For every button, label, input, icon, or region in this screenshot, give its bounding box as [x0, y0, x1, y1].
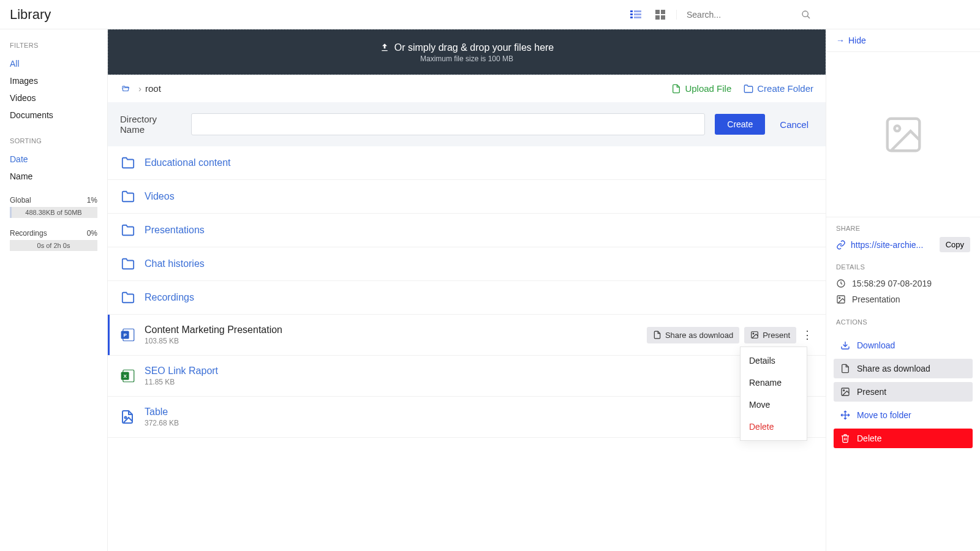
share-url[interactable]: https://site-archie... — [851, 240, 935, 250]
list-item[interactable]: Educational content — [108, 146, 826, 180]
svg-rect-9 — [661, 15, 665, 20]
download-icon — [840, 340, 850, 350]
link-icon — [836, 240, 846, 250]
upload-file-button[interactable]: Upload File — [671, 83, 731, 94]
file-icon — [653, 331, 662, 339]
create-folder-button[interactable]: Create Folder — [744, 83, 813, 94]
breadcrumb-home-icon[interactable] — [120, 84, 131, 93]
chevron-right-icon: › — [138, 83, 141, 94]
file-icon — [840, 364, 850, 373]
image-icon — [840, 387, 850, 397]
item-name[interactable]: SEO Link Raport — [145, 365, 218, 377]
excel-icon: X — [120, 368, 136, 384]
copy-button[interactable]: Copy — [940, 237, 970, 252]
trash-icon — [840, 433, 850, 443]
svg-text:P: P — [123, 332, 127, 338]
clock-icon — [836, 279, 846, 288]
share-download-button[interactable]: Share as download — [647, 327, 739, 343]
svg-point-28 — [843, 390, 845, 391]
list-item[interactable]: Chat histories — [108, 247, 826, 281]
image-file-icon — [120, 410, 135, 424]
image-icon — [750, 331, 759, 339]
create-directory-bar: Directory Name Create Cancel — [108, 102, 826, 146]
svg-rect-7 — [661, 10, 665, 14]
item-name[interactable]: Educational content — [145, 157, 231, 168]
dropzone[interactable]: Or simply drag & drop your files here Ma… — [108, 29, 826, 75]
list-item[interactable]: Presentations — [108, 214, 826, 247]
sort-date[interactable]: Date — [10, 151, 97, 168]
directory-name-input[interactable] — [191, 113, 705, 135]
hide-panel-button[interactable]: → Hide — [836, 36, 970, 45]
create-button[interactable]: Create — [715, 114, 765, 135]
more-button[interactable]: ⋮ — [801, 329, 813, 340]
filter-documents[interactable]: Documents — [10, 107, 97, 124]
present-button[interactable]: Present — [744, 327, 796, 343]
item-name[interactable]: Recordings — [145, 292, 194, 303]
search-icon[interactable] — [801, 10, 811, 20]
filters-heading: FILTERS — [10, 42, 97, 49]
list-item[interactable]: Recordings — [108, 281, 826, 315]
svg-point-22 — [894, 126, 900, 131]
view-grid-button[interactable] — [652, 6, 669, 23]
search-wrap — [676, 10, 811, 20]
action-share-download[interactable]: Share as download — [834, 359, 973, 378]
topbar: Library — [0, 0, 980, 29]
move-icon — [840, 410, 850, 420]
menu-rename[interactable]: Rename — [741, 372, 807, 394]
svg-point-16 — [753, 333, 754, 334]
action-move[interactable]: Move to folder — [834, 405, 973, 425]
page-title: Library — [10, 7, 51, 23]
quota-recordings-text: 0s of 2h 0s — [37, 242, 70, 249]
arrow-right-icon: → — [836, 36, 845, 45]
action-delete[interactable]: Delete — [834, 429, 973, 448]
detail-timestamp: 15:58:29 07-08-2019 — [836, 276, 970, 291]
view-list-button[interactable] — [627, 6, 644, 23]
filter-images[interactable]: Images — [10, 72, 97, 89]
svg-rect-2 — [630, 17, 633, 18]
item-name[interactable]: Table — [145, 407, 179, 418]
sorting-heading: SORTING — [10, 137, 97, 144]
svg-point-10 — [802, 11, 808, 17]
actions-heading: ACTIONS — [836, 318, 970, 326]
quota-recordings-row: Recordings 0% — [10, 229, 97, 238]
list-item[interactable]: X SEO Link Raport 11.85 KB — [108, 356, 826, 397]
action-download[interactable]: Download — [834, 335, 973, 355]
upload-icon — [380, 43, 390, 53]
context-menu: Details Rename Move Delete — [740, 347, 807, 441]
detail-filetype: Presentation — [836, 291, 970, 307]
svg-point-20 — [125, 417, 127, 419]
item-size: 11.85 KB — [145, 378, 218, 386]
list-item[interactable]: Table 372.68 KB — [108, 397, 826, 438]
item-name[interactable]: Chat histories — [145, 258, 205, 269]
item-name[interactable]: Content Marketing Presentation — [145, 324, 282, 335]
item-name[interactable]: Videos — [145, 191, 175, 202]
dropzone-title: Or simply drag & drop your files here — [394, 42, 554, 53]
sort-name[interactable]: Name — [10, 168, 97, 185]
quota-global-label: Global — [10, 196, 31, 204]
action-present[interactable]: Present — [834, 382, 973, 402]
menu-details[interactable]: Details — [741, 350, 807, 372]
cancel-button[interactable]: Cancel — [775, 119, 813, 130]
folder-icon — [120, 156, 136, 170]
item-size: 372.68 KB — [145, 419, 179, 427]
powerpoint-icon: P — [120, 327, 136, 343]
pathbar: › root Upload File Create Folder — [108, 75, 826, 102]
list-item[interactable]: P Content Marketing Presentation 103.85 … — [108, 315, 826, 356]
list-item[interactable]: Videos — [108, 180, 826, 214]
quota-recordings-pct: 0% — [87, 229, 97, 238]
filter-all[interactable]: All — [10, 55, 97, 72]
menu-move[interactable]: Move — [741, 394, 807, 416]
svg-text:X: X — [123, 373, 127, 379]
svg-rect-5 — [634, 17, 641, 18]
details-panel: → Hide SHARE https://site-archie... Copy… — [826, 29, 980, 551]
search-input[interactable] — [687, 10, 801, 20]
item-name[interactable]: Presentations — [145, 225, 205, 236]
preview-area — [826, 52, 980, 217]
quota-recordings-label: Recordings — [10, 229, 47, 238]
svg-rect-4 — [634, 13, 641, 15]
breadcrumb-root[interactable]: root — [145, 83, 161, 94]
filter-videos[interactable]: Videos — [10, 89, 97, 107]
quota-global-bar: 488.38KB of 50MB — [10, 207, 97, 218]
menu-delete[interactable]: Delete — [741, 416, 807, 438]
folder-icon — [120, 223, 136, 237]
